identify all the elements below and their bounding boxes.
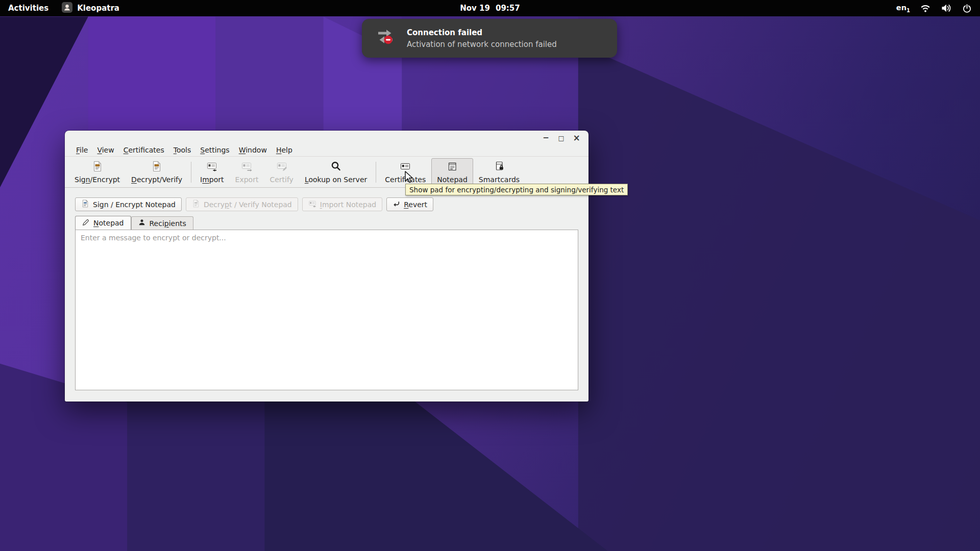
toolbar-decrypt-verify[interactable]: Decrypt/Verify — [126, 158, 188, 186]
menu-view[interactable]: View — [92, 146, 118, 154]
notification-body: Activation of network connection failed — [407, 40, 557, 49]
keyboard-layout-indicator[interactable]: en1 — [896, 4, 910, 13]
close-button[interactable]: × — [571, 133, 582, 143]
notepad-icon — [447, 161, 458, 173]
menu-settings[interactable]: Settings — [195, 146, 234, 154]
focused-app-menu[interactable]: Kleopatra — [62, 2, 119, 15]
clock-button[interactable]: Nov 19 09:57 — [460, 4, 520, 13]
window-controls: − □ × — [541, 133, 582, 143]
document-sign-icon-small — [81, 199, 89, 209]
notification-toast[interactable]: Connection failed Activation of network … — [362, 19, 617, 58]
activities-button[interactable]: Activities — [0, 4, 58, 13]
power-icon[interactable] — [962, 4, 972, 13]
import-notepad-button[interactable]: Import Notepad — [302, 197, 382, 211]
menu-tools[interactable]: Tools — [169, 146, 196, 154]
tab-recipients[interactable]: Recipients — [131, 216, 193, 230]
toolbar-smartcards[interactable]: Smartcards — [473, 158, 525, 186]
decrypt-verify-notepad-button[interactable]: Decrypt / Verify Notepad — [186, 197, 298, 211]
menu-certificates[interactable]: Certificates — [119, 146, 169, 154]
notepad-tooltip: Show pad for encrypting/decrypting and s… — [405, 184, 628, 195]
toolbar-export[interactable]: Export — [230, 158, 264, 186]
notepad-actions: Sign / Encrypt Notepad Decrypt / Verify … — [75, 197, 578, 211]
pencil-icon — [82, 219, 89, 228]
volume-icon[interactable] — [941, 4, 952, 13]
notification-title: Connection failed — [407, 28, 557, 37]
focused-app-name: Kleopatra — [77, 4, 119, 13]
toolbar-lookup-on-server[interactable]: Lookup on Server — [299, 158, 373, 186]
certificate-export-icon — [241, 161, 252, 173]
sign-encrypt-notepad-button[interactable]: Sign / Encrypt Notepad — [75, 197, 182, 211]
undo-arrow-icon — [393, 200, 400, 209]
main-toolbar: Sign/Encrypt Decrypt/Verify Import Expor… — [65, 157, 589, 188]
document-verify-icon — [151, 161, 162, 173]
clock-date: Nov 19 — [460, 4, 490, 13]
gnome-top-bar: Activities Kleopatra Nov 19 09:57 en1 — [0, 0, 980, 16]
document-sign-icon — [92, 161, 103, 173]
import-icon-small — [308, 199, 316, 209]
toolbar-notepad[interactable]: Notepad — [431, 158, 473, 186]
toolbar-separator — [191, 162, 191, 183]
toolbar-separator — [376, 162, 376, 183]
minimize-button[interactable]: − — [541, 133, 551, 143]
menu-file[interactable]: File — [71, 146, 92, 154]
system-status-area: en1 — [896, 4, 980, 13]
toolbar-import[interactable]: Import — [194, 158, 229, 186]
kleopatra-app-icon — [62, 2, 72, 15]
wifi-icon[interactable] — [920, 4, 931, 13]
notification-text: Connection failed Activation of network … — [407, 28, 557, 49]
menu-bar: File View Certificates Tools Settings Wi… — [65, 144, 589, 157]
smartcard-icon — [494, 161, 505, 173]
toolbar-certify[interactable]: Certify — [264, 158, 299, 186]
network-offline-icon — [374, 26, 397, 51]
person-icon — [138, 219, 145, 228]
search-icon — [330, 161, 341, 173]
window-titlebar[interactable]: − □ × — [65, 131, 589, 144]
certificate-certify-icon — [276, 161, 287, 173]
notepad-tabs: Notepad Recipients — [75, 216, 578, 230]
maximize-button[interactable]: □ — [556, 133, 567, 143]
document-verify-icon-small — [192, 199, 200, 209]
toolbar-sign-encrypt[interactable]: Sign/Encrypt — [69, 158, 126, 186]
tab-notepad[interactable]: Notepad — [75, 216, 131, 230]
menu-help[interactable]: Help — [272, 146, 297, 154]
menu-window[interactable]: Window — [234, 146, 272, 154]
notepad-editor[interactable] — [75, 230, 578, 390]
mouse-cursor — [404, 170, 415, 188]
notepad-view: Sign / Encrypt Notepad Decrypt / Verify … — [65, 188, 589, 390]
clock-time: 09:57 — [496, 4, 520, 13]
kleopatra-window: − □ × File View Certificates Tools Setti… — [65, 131, 589, 402]
notepad-textarea[interactable] — [76, 230, 578, 390]
revert-button[interactable]: Revert — [386, 197, 433, 211]
certificate-import-icon — [206, 161, 217, 173]
